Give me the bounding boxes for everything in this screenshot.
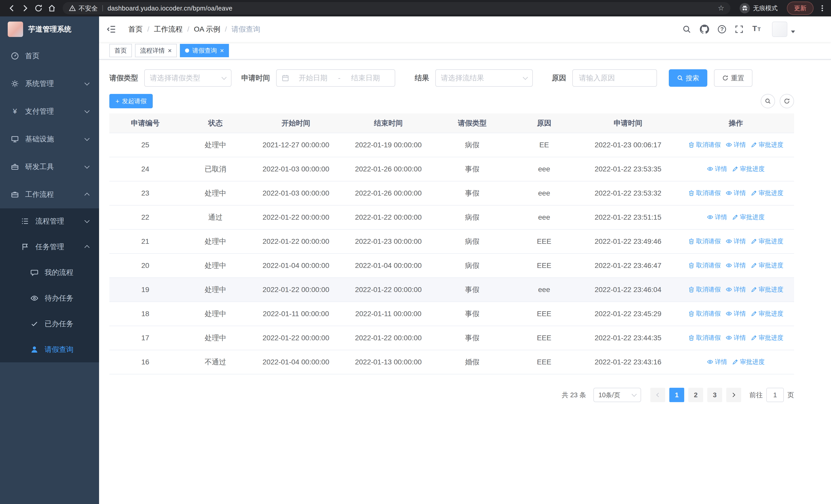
apply-time-range-input[interactable]: 开始日期 - 结束日期 — [276, 69, 395, 87]
detail-link[interactable]: 详情 — [726, 237, 746, 245]
cell-id: 20 — [109, 254, 181, 278]
sidebar-item-home[interactable]: 首页 — [0, 42, 99, 70]
progress-link[interactable]: 审批进度 — [732, 358, 765, 366]
sidebar-item-label: 已办任务 — [45, 319, 74, 329]
reason-input[interactable]: 请输入原因 — [572, 69, 657, 87]
detail-link[interactable]: 详情 — [726, 309, 746, 318]
cancel-leave-link[interactable]: 取消请假 — [688, 261, 721, 269]
cell-start: 2022-01-22 00:00:00 — [250, 326, 342, 350]
security-indicator[interactable]: 不安全 — [69, 4, 98, 12]
sidebar-item-todo-tasks[interactable]: 待办任务 — [0, 285, 99, 311]
page-button-2[interactable]: 2 — [688, 388, 703, 402]
table-row[interactable]: 25处理中2021-12-27 00:00:002022-01-19 00:00… — [109, 133, 794, 157]
cancel-leave-link[interactable]: 取消请假 — [688, 334, 721, 342]
sidebar-item-payment[interactable]: ¥ 支付管理 — [0, 97, 99, 125]
sidebar-item-devtools[interactable]: 研发工具 — [0, 153, 99, 181]
cancel-leave-link[interactable]: 取消请假 — [688, 237, 721, 245]
table-row[interactable]: 21处理中2022-01-22 00:00:002022-01-23 00:00… — [109, 230, 794, 254]
detail-link[interactable]: 详情 — [707, 213, 727, 221]
table-row[interactable]: 17处理中2022-01-22 00:00:002022-01-22 00:00… — [109, 326, 794, 350]
sidebar-toggle-icon[interactable] — [107, 24, 117, 34]
prev-page-button[interactable] — [650, 388, 665, 402]
detail-link[interactable]: 详情 — [707, 358, 727, 366]
breadcrumb-workflow[interactable]: 工作流程 — [154, 24, 183, 34]
search-icon[interactable] — [682, 24, 691, 34]
cell-actions: 取消请假详情审批进度 — [678, 302, 794, 326]
reload-icon[interactable] — [32, 2, 45, 15]
url-text[interactable]: dashboard.yudao.iocoder.cn/bpm/oa/leave — [108, 5, 718, 12]
chevron-up-icon — [84, 245, 90, 250]
table-row[interactable]: 19处理中2022-01-22 00:00:002022-01-22 00:00… — [109, 278, 794, 302]
progress-link[interactable]: 审批进度 — [751, 285, 783, 294]
back-icon[interactable] — [5, 2, 19, 15]
sidebar-item-my-processes[interactable]: 我的流程 — [0, 260, 99, 285]
breadcrumb-home[interactable]: 首页 — [128, 24, 143, 34]
progress-link[interactable]: 审批进度 — [751, 141, 783, 149]
avatar[interactable] — [772, 22, 787, 37]
sidebar-item-process-mgmt[interactable]: 流程管理 — [0, 208, 99, 234]
cancel-leave-link[interactable]: 取消请假 — [688, 189, 721, 197]
cancel-leave-link[interactable]: 取消请假 — [688, 309, 721, 318]
breadcrumb-oa-example[interactable]: OA 示例 — [194, 24, 221, 34]
sidebar-item-task-mgmt[interactable]: 任务管理 — [0, 234, 99, 260]
browser-menu-icon[interactable] — [819, 4, 826, 12]
progress-link[interactable]: 审批进度 — [751, 189, 783, 197]
goto-page-input[interactable]: 1 — [766, 388, 784, 402]
create-leave-button[interactable]: + 发起请假 — [109, 94, 153, 108]
detail-link[interactable]: 详情 — [726, 285, 746, 294]
tab-close-icon[interactable]: × — [220, 47, 224, 54]
eye-icon — [30, 294, 39, 302]
github-icon[interactable] — [700, 24, 709, 34]
pen-icon — [751, 262, 757, 268]
cancel-leave-link[interactable]: 取消请假 — [688, 141, 721, 149]
show-search-button[interactable] — [761, 94, 775, 108]
fullscreen-icon[interactable] — [735, 24, 744, 34]
progress-link[interactable]: 审批进度 — [751, 309, 783, 318]
forward-icon[interactable] — [19, 2, 32, 15]
user-menu[interactable] — [772, 22, 795, 37]
progress-link[interactable]: 审批进度 — [732, 165, 765, 173]
search-button[interactable]: 搜索 — [669, 69, 707, 87]
home-icon[interactable] — [45, 2, 58, 15]
page-button-1[interactable]: 1 — [669, 388, 684, 402]
table-row[interactable]: 22通过2022-01-22 00:00:002022-01-22 00:00:… — [109, 205, 794, 230]
help-icon[interactable]: ? — [718, 24, 726, 34]
sidebar-item-infrastructure[interactable]: 基础设施 — [0, 125, 99, 153]
detail-link[interactable]: 详情 — [726, 261, 746, 269]
tab-close-icon[interactable]: × — [168, 47, 172, 54]
progress-link[interactable]: 审批进度 — [751, 334, 783, 342]
next-page-button[interactable] — [726, 388, 741, 402]
table-row[interactable]: 20处理中2022-01-04 00:00:002022-01-04 00:00… — [109, 254, 794, 278]
sidebar-item-leave-query[interactable]: 请假查询 — [0, 337, 99, 362]
omnibox[interactable]: 不安全 dashboard.yudao.iocoder.cn/bpm/oa/le… — [63, 2, 730, 14]
detail-link[interactable]: 详情 — [726, 334, 746, 342]
result-select[interactable]: 请选择流结果 — [435, 69, 533, 87]
table-row[interactable]: 16不通过2022-01-04 00:00:002022-01-13 00:00… — [109, 350, 794, 374]
breadcrumb-separator: / — [188, 25, 190, 33]
leave-type-select[interactable]: 请选择请假类型 — [144, 69, 231, 87]
sidebar-item-done-tasks[interactable]: 已办任务 — [0, 311, 99, 337]
font-size-icon[interactable]: TT — [752, 24, 761, 34]
table-row[interactable]: 18处理中2022-01-11 00:00:002022-01-11 00:00… — [109, 302, 794, 326]
progress-link[interactable]: 审批进度 — [751, 237, 783, 245]
detail-link[interactable]: 详情 — [726, 141, 746, 149]
detail-link[interactable]: 详情 — [707, 165, 727, 173]
table-row[interactable]: 24已取消2022-01-03 00:00:002022-01-26 00:00… — [109, 157, 794, 181]
filter-form: 请假类型 请选择请假类型 申请时间 开始日期 - 结束日期 结果 请选择流 — [109, 60, 794, 87]
refresh-table-button[interactable] — [780, 94, 794, 108]
progress-link[interactable]: 审批进度 — [751, 261, 783, 269]
update-button[interactable]: 更新 — [787, 2, 813, 15]
page-size-select[interactable]: 10条/页 — [593, 388, 641, 402]
reset-button[interactable]: 重置 — [714, 69, 752, 87]
detail-link[interactable]: 详情 — [726, 189, 746, 197]
sidebar-item-workflow[interactable]: 工作流程 — [0, 181, 99, 208]
table-row[interactable]: 23处理中2022-01-03 00:00:002022-01-26 00:00… — [109, 181, 794, 205]
bookmark-icon[interactable]: ☆ — [718, 5, 724, 12]
cancel-leave-link[interactable]: 取消请假 — [688, 285, 721, 294]
tab-process-detail[interactable]: 流程详情 × — [135, 44, 177, 57]
progress-link[interactable]: 审批进度 — [732, 213, 765, 221]
sidebar-item-system[interactable]: 系统管理 — [0, 70, 99, 97]
tab-home[interactable]: 首页 — [109, 44, 132, 57]
tab-leave-query[interactable]: 请假查询 × — [180, 44, 229, 57]
page-button-3[interactable]: 3 — [707, 388, 722, 402]
